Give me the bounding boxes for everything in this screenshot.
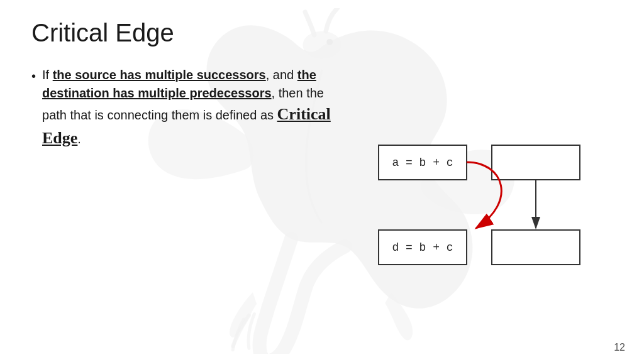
slide-body: • If the source has multiple successors,…	[31, 66, 613, 349]
slide-title: Critical Edge	[31, 19, 613, 47]
svg-text:a = b + c: a = b + c	[392, 156, 453, 169]
page-number: 12	[614, 342, 625, 353]
critical-edge-diagram: a = b + c d = b + c	[366, 126, 592, 290]
text-section: • If the source has multiple successors,…	[31, 66, 333, 349]
svg-rect-7	[492, 230, 580, 265]
bullet-dot: •	[31, 67, 36, 85]
diagram-section: a = b + c d = b + c	[346, 66, 613, 349]
svg-rect-4	[492, 145, 580, 180]
critical-edge-term: Critical Edge	[42, 105, 331, 147]
term-source-successors: the source has multiple successors	[53, 68, 266, 82]
slide-content: Critical Edge • If the source has multip…	[0, 0, 644, 362]
bullet-text: If the source has multiple successors, a…	[42, 66, 333, 150]
svg-text:d = b + c: d = b + c	[392, 241, 453, 254]
bullet-item: • If the source has multiple successors,…	[31, 66, 333, 150]
